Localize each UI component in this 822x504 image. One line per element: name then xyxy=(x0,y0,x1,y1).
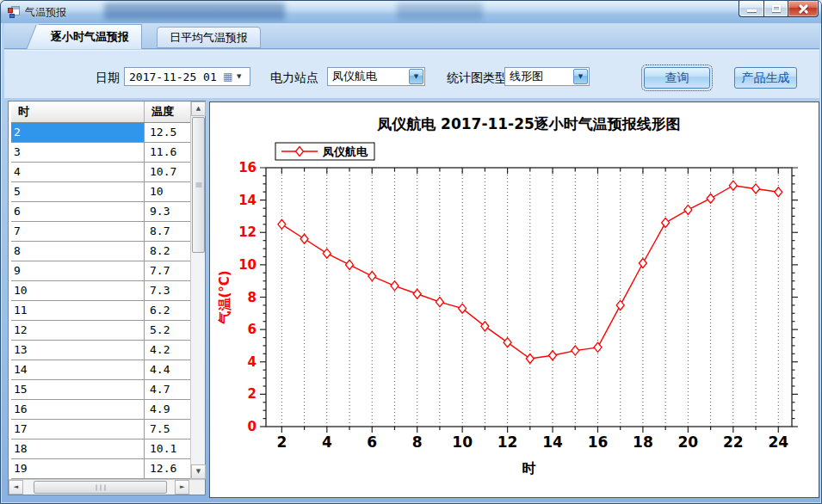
cell-temperature[interactable]: 9.3 xyxy=(145,202,190,221)
app-icon xyxy=(8,6,20,18)
cell-temperature[interactable]: 8.2 xyxy=(145,242,190,261)
cell-hour[interactable]: 11 xyxy=(11,301,145,320)
scroll-down-icon[interactable]: ▼ xyxy=(191,464,206,479)
cell-temperature[interactable]: 11.6 xyxy=(145,143,190,162)
table-row[interactable]: 311.6 xyxy=(11,143,190,163)
table-row[interactable]: 154.7 xyxy=(11,380,190,400)
table-row[interactable]: 212.5 xyxy=(11,123,190,143)
close-button[interactable] xyxy=(788,1,819,17)
tab-hourly-forecast[interactable]: 逐小时气温预报 xyxy=(39,24,142,49)
horizontal-scroll-thumb[interactable] xyxy=(34,481,167,494)
cell-temperature[interactable]: 4.9 xyxy=(145,400,190,419)
cell-hour[interactable]: 16 xyxy=(11,400,145,419)
chart-type-dropdown-icon[interactable]: ▼ xyxy=(573,69,588,84)
table-row[interactable]: 164.9 xyxy=(11,400,190,420)
horizontal-scrollbar[interactable]: ◄ ► xyxy=(9,480,189,495)
cell-hour[interactable]: 2 xyxy=(11,123,145,142)
x-tick-label: 12 xyxy=(498,433,518,451)
table-row[interactable]: 510 xyxy=(11,182,190,202)
station-select[interactable]: 凤仪航电 ▼ xyxy=(327,67,425,86)
station-dropdown-icon[interactable]: ▼ xyxy=(409,69,423,84)
scroll-up-icon[interactable]: ▲ xyxy=(191,101,206,116)
x-tick-label: 14 xyxy=(542,433,563,451)
cell-hour[interactable]: 4 xyxy=(11,163,145,181)
cell-hour[interactable]: 8 xyxy=(11,242,145,261)
column-header-temperature[interactable]: 温度 xyxy=(145,101,190,122)
chart-panel: 凤仪航电 2017-11-25逐小时气温预报线形图246810121416182… xyxy=(209,101,819,498)
data-point-marker xyxy=(752,184,760,194)
cell-temperature[interactable]: 7.3 xyxy=(145,281,190,300)
table-row[interactable]: 107.3 xyxy=(11,281,190,301)
cell-hour[interactable]: 14 xyxy=(11,360,145,379)
x-tick-label: 18 xyxy=(633,433,653,451)
table-row[interactable]: 88.2 xyxy=(11,242,190,261)
data-point-marker xyxy=(572,346,579,355)
cell-hour[interactable]: 12 xyxy=(11,321,145,340)
scroll-left-icon[interactable]: ◄ xyxy=(9,480,23,495)
window-title: 气温预报 xyxy=(25,5,66,20)
cell-temperature[interactable]: 7.5 xyxy=(145,420,190,439)
table-row[interactable]: 116.2 xyxy=(11,301,190,321)
table-row[interactable]: 177.5 xyxy=(11,420,190,439)
data-point-marker xyxy=(775,187,782,197)
date-picker[interactable]: 2017-11-25 01 ▦ ▼ xyxy=(124,67,250,86)
cell-temperature[interactable]: 8.7 xyxy=(145,222,190,241)
column-header-hour[interactable]: 时 xyxy=(11,101,145,122)
table-row[interactable]: 134.2 xyxy=(11,341,190,360)
cell-temperature[interactable]: 7.7 xyxy=(145,261,190,280)
cell-temperature[interactable]: 10 xyxy=(145,182,190,201)
cell-temperature[interactable]: 12.6 xyxy=(145,459,190,478)
y-tick-label: 4 xyxy=(248,354,256,370)
cell-temperature[interactable]: 4.7 xyxy=(145,380,190,399)
scroll-right-icon[interactable]: ► xyxy=(175,480,189,495)
table-row[interactable]: 125.2 xyxy=(11,321,190,341)
table-row[interactable]: 78.7 xyxy=(11,222,190,242)
cell-hour[interactable]: 19 xyxy=(11,459,145,478)
cell-hour[interactable]: 9 xyxy=(11,261,145,280)
table-row[interactable]: 1912.6 xyxy=(11,459,190,479)
cell-hour[interactable]: 17 xyxy=(11,420,145,439)
cell-hour[interactable]: 10 xyxy=(11,281,145,300)
cell-temperature[interactable]: 10.7 xyxy=(145,163,190,181)
table-row[interactable]: 410.7 xyxy=(11,163,190,182)
query-button[interactable]: 查询 xyxy=(644,67,710,89)
cell-temperature[interactable]: 10.1 xyxy=(145,439,190,458)
table-row[interactable]: 97.7 xyxy=(11,261,190,281)
cell-hour[interactable]: 6 xyxy=(11,202,145,221)
cell-temperature[interactable]: 4.4 xyxy=(145,360,190,379)
table-row[interactable]: 144.4 xyxy=(11,360,190,380)
table-row[interactable]: 69.3 xyxy=(11,202,190,222)
date-value: 2017-11-25 01 xyxy=(125,71,223,83)
cell-temperature[interactable]: 12.5 xyxy=(145,123,190,142)
x-tick-label: 10 xyxy=(452,433,473,451)
data-point-marker xyxy=(729,181,737,190)
cell-hour[interactable]: 18 xyxy=(11,439,145,458)
generate-product-button[interactable]: 产品生成 xyxy=(734,67,797,89)
cell-temperature[interactable]: 4.2 xyxy=(145,341,190,360)
y-tick-label: 10 xyxy=(238,257,256,273)
cell-temperature[interactable]: 6.2 xyxy=(145,301,190,320)
titlebar[interactable]: 气温预报 xyxy=(1,1,822,23)
series-line xyxy=(281,186,778,359)
maximize-button[interactable] xyxy=(763,1,788,17)
cell-temperature[interactable]: 5.2 xyxy=(145,321,190,340)
data-point-marker xyxy=(391,281,399,291)
vertical-scroll-thumb[interactable] xyxy=(192,117,205,253)
aero-glass-reflection xyxy=(397,3,483,20)
cell-hour[interactable]: 3 xyxy=(11,143,145,162)
minimize-button[interactable] xyxy=(739,1,763,17)
x-tick-label: 16 xyxy=(588,433,609,451)
vertical-scrollbar[interactable]: ▲ ▼ xyxy=(190,101,205,479)
minimize-icon xyxy=(747,9,757,12)
chart-type-select[interactable]: 线形图 ▼ xyxy=(504,67,590,86)
tab-daily-average-forecast[interactable]: 日平均气温预报 xyxy=(157,27,261,48)
cell-hour[interactable]: 5 xyxy=(11,182,145,201)
x-tick-label: 6 xyxy=(367,433,377,451)
table-row[interactable]: 1810.1 xyxy=(11,439,190,459)
cell-hour[interactable]: 13 xyxy=(11,341,145,360)
station-label: 电力站点 xyxy=(270,68,318,87)
cell-hour[interactable]: 15 xyxy=(11,380,145,399)
date-dropdown-icon[interactable]: ▼ xyxy=(237,73,247,80)
plot-border xyxy=(266,168,792,427)
cell-hour[interactable]: 7 xyxy=(11,222,145,241)
